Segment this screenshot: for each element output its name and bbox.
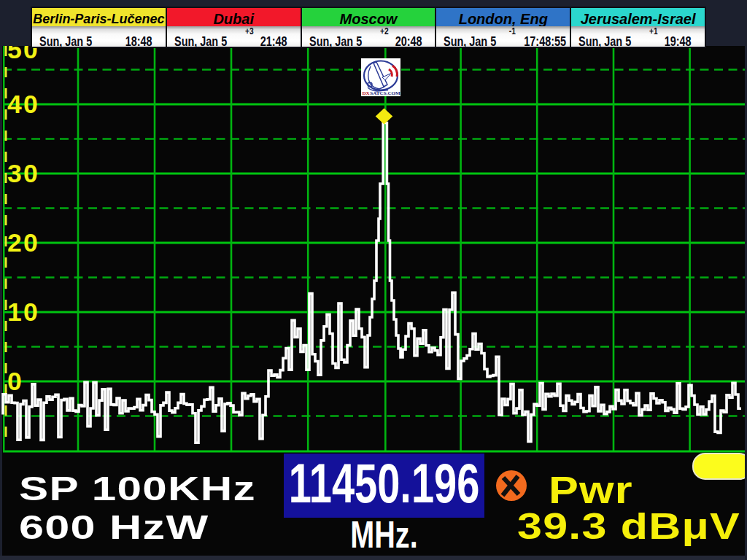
svg-text:SATCS.COM: SATCS.COM bbox=[370, 90, 400, 96]
svg-text:20: 20 bbox=[7, 228, 39, 257]
svg-text:30: 30 bbox=[7, 159, 39, 188]
svg-text:10: 10 bbox=[7, 298, 39, 327]
svg-text:0: 0 bbox=[7, 367, 23, 396]
svg-text:DX: DX bbox=[363, 90, 371, 96]
svg-text:40: 40 bbox=[7, 90, 39, 119]
